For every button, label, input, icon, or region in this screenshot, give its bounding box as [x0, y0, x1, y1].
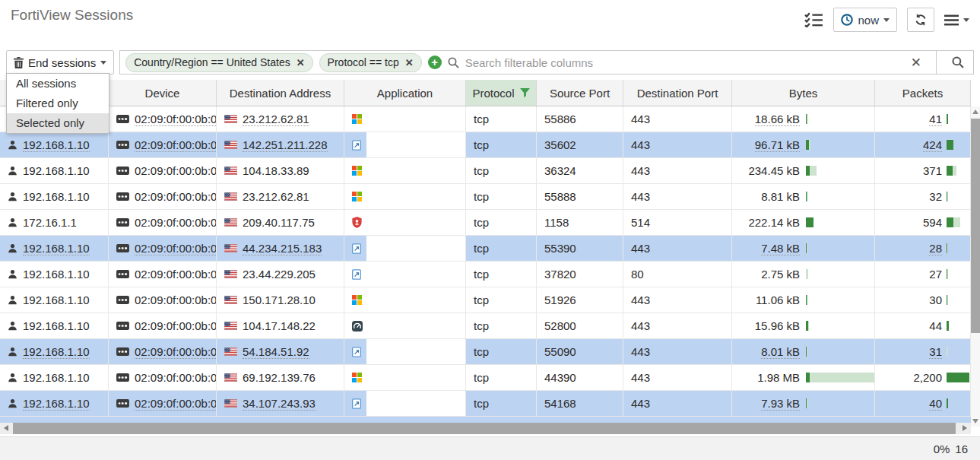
filter-search-input[interactable]: Country/Region == United States ✕ Protoc… [119, 50, 974, 75]
status-bar: 0% 16 [0, 436, 980, 460]
packets-value: 2,200 [913, 371, 942, 384]
table-row[interactable]: 192.168.1.10 02:09:0f:00:0b:01 142.251.2… [0, 132, 971, 158]
device-icon [116, 296, 129, 304]
device-id: 02:09:0f:00:0b:01 [135, 319, 217, 332]
bytes-bar [806, 243, 874, 253]
device-id: 02:09:0f:00:0b:01 [135, 113, 217, 126]
device-icon [116, 244, 129, 252]
user-icon [8, 243, 17, 253]
horizontal-scroll-thumb[interactable] [13, 423, 956, 434]
column-header[interactable]: Source Port [537, 80, 623, 106]
application-name: Microsoft.Portal [367, 106, 465, 132]
search-icon [952, 56, 964, 68]
dropdown-item[interactable]: All sessions [7, 74, 109, 94]
device-icon [116, 115, 129, 123]
device-id: 02:09:0f:00:0b:01 [135, 397, 217, 411]
us-flag-icon [224, 373, 237, 382]
filter-chip[interactable]: Protocol == tcp ✕ [319, 53, 422, 72]
table-row[interactable]: 192.168.1.10 02:09:0f:00:0b:01 34.107.24… [0, 391, 971, 417]
source-ip: 192.168.1.10 [23, 345, 90, 359]
application-icon [352, 166, 362, 176]
table-row[interactable]: 192.168.1.10 02:09:0f:00:0b:01 150.171.2… [0, 287, 971, 313]
table-row-partial[interactable] [0, 417, 971, 423]
clock-icon [841, 14, 853, 26]
packets-bar [947, 295, 970, 305]
application-icon [352, 217, 362, 228]
scroll-left-arrow[interactable] [4, 425, 8, 431]
source-port-value: 55090 [544, 345, 576, 358]
source-ip: 192.168.1.10 [23, 164, 90, 177]
dropdown-item[interactable]: Filtered only [7, 94, 109, 113]
destination-port-value: 443 [631, 319, 650, 332]
add-filter-icon[interactable]: + [428, 56, 442, 69]
application-name: Speedtest [368, 313, 465, 338]
source-port-value: 36324 [544, 164, 576, 177]
packets-bar [947, 217, 970, 227]
application-name: HTTPS.BROWSER [366, 339, 465, 364]
search-button[interactable] [943, 56, 973, 68]
table-row[interactable]: 02:09:0f:00:0b:01 23.212.62.81 Microsoft… [0, 106, 971, 132]
column-header[interactable]: Device [109, 80, 217, 106]
horizontal-scrollbar[interactable] [0, 423, 971, 434]
source-ip: 192.168.1.10 [23, 138, 90, 152]
source-ip: 192.168.1.10 [23, 319, 90, 332]
caret-down-icon [100, 61, 106, 65]
bytes-value: 15.96 kB [755, 319, 800, 332]
user-icon [8, 269, 17, 279]
table-row[interactable]: 192.168.1.10 02:09:0f:00:0b:01 69.192.13… [0, 365, 971, 391]
table-row[interactable]: 192.168.1.10 02:09:0f:00:0b:01 54.184.51… [0, 339, 971, 365]
source-port-value: 55390 [544, 242, 576, 255]
packets-value: 32 [929, 190, 942, 203]
source-port-value: 1158 [544, 216, 569, 229]
user-icon [8, 373, 17, 382]
end-sessions-button[interactable]: End sessions [6, 50, 114, 75]
bytes-bar [806, 192, 874, 201]
us-flag-icon [224, 322, 237, 330]
packets-bar [947, 166, 970, 176]
table-row[interactable]: 172.16.1.1 02:09:0f:00:0b:01 209.40.117.… [0, 210, 971, 236]
remove-filter-icon[interactable]: ✕ [405, 57, 414, 68]
vertical-scroll-thumb[interactable] [971, 119, 980, 333]
destination-port-value: 443 [631, 138, 650, 151]
application-icon [352, 347, 361, 357]
column-header[interactable]: Packets [875, 80, 971, 106]
vertical-scrollbar[interactable] [971, 106, 980, 427]
scroll-right-arrow[interactable] [963, 425, 967, 431]
application-icon [352, 140, 361, 151]
application-icon [352, 295, 362, 305]
caret-down-icon [883, 18, 890, 22]
column-settings-button[interactable] [804, 12, 823, 27]
time-range-button[interactable]: now [833, 8, 897, 32]
column-header[interactable]: Bytes [732, 80, 875, 106]
column-header[interactable]: Destination Port [623, 80, 732, 106]
user-icon [8, 140, 17, 150]
caret-down-icon [963, 18, 969, 22]
table-row[interactable]: 192.168.1.10 02:09:0f:00:0b:01 23.212.62… [0, 184, 971, 210]
end-sessions-label: End sessions [28, 56, 96, 69]
user-icon [8, 398, 17, 408]
table-row[interactable]: 192.168.1.10 02:09:0f:00:0b:01 44.234.21… [0, 236, 971, 262]
device-id: 02:09:0f:00:0b:01 [135, 190, 217, 203]
source-ip: 192.168.1.10 [23, 293, 90, 306]
column-header[interactable]: Protocol [466, 80, 537, 106]
table-row[interactable]: 192.168.1.10 02:09:0f:00:0b:01 104.18.33… [0, 158, 971, 184]
scroll-down-arrow[interactable] [972, 419, 978, 424]
column-header[interactable]: Destination Address [217, 80, 344, 106]
scroll-up-arrow[interactable] [972, 109, 978, 114]
menu-button[interactable] [944, 14, 969, 26]
dropdown-item[interactable]: Selected only [7, 113, 109, 133]
refresh-button[interactable] [907, 8, 934, 32]
user-icon [8, 295, 17, 305]
table-row[interactable]: 192.168.1.10 02:09:0f:00:0b:01 104.17.14… [0, 313, 971, 339]
user-icon [8, 166, 17, 176]
table-row[interactable]: 192.168.1.10 02:09:0f:00:0b:01 23.44.229… [0, 262, 971, 287]
filter-chip-label: Protocol == tcp [328, 56, 399, 68]
table-body: 02:09:0f:00:0b:01 23.212.62.81 Microsoft… [0, 106, 971, 417]
packets-value: 41 [929, 113, 942, 126]
destination-port-value: 443 [631, 164, 650, 177]
clear-search-icon[interactable]: ✕ [902, 55, 930, 71]
remove-filter-icon[interactable]: ✕ [297, 57, 305, 68]
application-name: Microsoft.Portal [367, 158, 465, 183]
filter-chip[interactable]: Country/Region == United States ✕ [125, 53, 312, 72]
column-header[interactable]: Application [344, 80, 466, 106]
